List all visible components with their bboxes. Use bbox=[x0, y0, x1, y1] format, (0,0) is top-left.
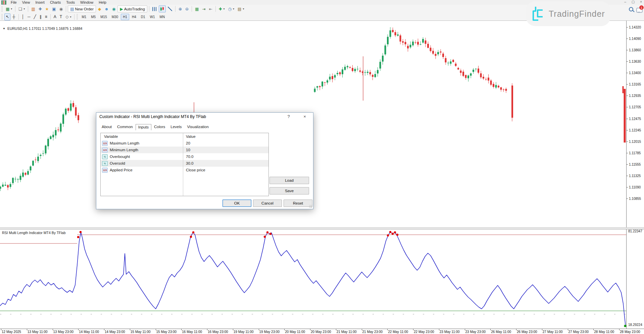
label-button[interactable]: T bbox=[58, 13, 63, 20]
value-cell[interactable]: 20 bbox=[183, 141, 268, 145]
menu-file[interactable]: File bbox=[8, 0, 19, 4]
chart-shift-button[interactable]: ⇤ bbox=[207, 5, 213, 12]
timeframe-m15[interactable]: M15 bbox=[98, 14, 109, 20]
data-window-button[interactable]: ✚ bbox=[37, 5, 43, 12]
variable-name: Oversold bbox=[110, 161, 125, 165]
rsi-plot[interactable] bbox=[0, 229, 626, 329]
market-button[interactable]: ◉ bbox=[111, 5, 117, 12]
navigator-icon: ★ bbox=[45, 7, 49, 11]
symbol-dropdown-icon[interactable]: ▼ bbox=[3, 27, 5, 30]
window-separator[interactable] bbox=[0, 227, 644, 229]
zoom-in-button[interactable]: ⊕ bbox=[177, 5, 183, 12]
time-tick bbox=[542, 329, 542, 330]
timeframe-d1[interactable]: D1 bbox=[139, 14, 147, 20]
autotrading-button[interactable]: ▶AutoTrading bbox=[117, 5, 147, 12]
restore-icon[interactable]: ▢ bbox=[632, 0, 635, 4]
value-cell[interactable]: 10 bbox=[183, 148, 268, 152]
tab-about[interactable]: About bbox=[99, 124, 114, 130]
dialog-help-button[interactable]: ? bbox=[284, 113, 294, 121]
search-icon[interactable] bbox=[629, 7, 633, 11]
tab-inputs[interactable]: Inputs bbox=[136, 124, 151, 130]
table-row[interactable]: 123Applied PriceClose price bbox=[101, 167, 268, 173]
time-tick bbox=[310, 329, 310, 330]
zoom-out-button[interactable]: ⊖ bbox=[184, 5, 190, 12]
tab-levels[interactable]: Levels bbox=[168, 124, 184, 130]
shapes-button[interactable]: ◇▾ bbox=[64, 13, 72, 20]
community-button[interactable]: ☻ bbox=[103, 5, 110, 12]
load-button[interactable]: Load bbox=[269, 177, 309, 184]
toolbar-grip[interactable] bbox=[77, 14, 78, 19]
candlestick-chart-button[interactable] bbox=[159, 5, 166, 12]
periods-button[interactable]: ◷▾ bbox=[227, 5, 236, 12]
new-chart-button[interactable]: ▦▾ bbox=[4, 5, 13, 12]
crosshair-button[interactable]: ┼ bbox=[11, 13, 17, 20]
market-watch-button[interactable]: ▥ bbox=[30, 5, 36, 12]
templates-button[interactable]: ▤▾ bbox=[236, 5, 245, 12]
fibonacci-button[interactable]: ≡ bbox=[44, 13, 49, 20]
new-order-button[interactable]: ▤New Order bbox=[68, 5, 96, 12]
indicators-button[interactable]: ✚▾ bbox=[217, 5, 226, 12]
timeframe-h1[interactable]: H1 bbox=[121, 14, 129, 20]
toolbar-grip[interactable] bbox=[1, 14, 3, 19]
indicator-axis[interactable]: 81.22347 18.29224 bbox=[626, 229, 644, 329]
price-tick bbox=[627, 107, 628, 107]
value-cell[interactable]: 70.0 bbox=[183, 155, 268, 159]
value-cell[interactable]: Close price bbox=[183, 168, 268, 172]
navigator-button[interactable]: ★ bbox=[44, 5, 50, 12]
timeframe-mn[interactable]: MN bbox=[158, 14, 167, 20]
timeframe-m5[interactable]: M5 bbox=[89, 14, 98, 20]
table-column-divider bbox=[183, 133, 183, 196]
toolbar-grip[interactable] bbox=[1, 6, 3, 12]
terminal-button[interactable]: ▣ bbox=[51, 5, 57, 12]
trendline-button[interactable]: ╱ bbox=[33, 13, 38, 20]
menu-help[interactable]: Help bbox=[96, 0, 109, 4]
table-row[interactable]: 123Maximum Length20 bbox=[101, 140, 268, 147]
menu-charts[interactable]: Charts bbox=[47, 0, 63, 4]
close-icon[interactable]: × bbox=[640, 0, 642, 4]
tab-common[interactable]: Common bbox=[114, 124, 136, 130]
dialog-close-button[interactable]: × bbox=[300, 113, 310, 121]
time-tick bbox=[130, 329, 130, 330]
menu-window[interactable]: Window bbox=[78, 0, 96, 4]
ok-button[interactable]: OK bbox=[222, 200, 251, 207]
dialog-resize-grip[interactable] bbox=[309, 205, 312, 208]
tile-windows-button[interactable]: ▦ bbox=[194, 5, 200, 12]
save-button[interactable]: Save bbox=[269, 187, 309, 194]
overbought-signal-dot bbox=[389, 231, 391, 233]
vertical-line-button[interactable]: │ bbox=[20, 13, 26, 20]
horizontal-line-button[interactable]: ─ bbox=[26, 13, 32, 20]
text-button[interactable]: A bbox=[52, 13, 58, 20]
timeframe-h4[interactable]: H4 bbox=[130, 14, 138, 20]
dialog-title[interactable]: Custom Indicator - RSI Multi Length Indi… bbox=[96, 113, 313, 121]
minimize-icon[interactable]: – bbox=[624, 0, 626, 4]
cursor-button[interactable]: ↖ bbox=[4, 13, 10, 20]
value-cell[interactable]: 30.0 bbox=[183, 161, 268, 165]
toolbar-separator bbox=[74, 14, 75, 20]
profiles-button[interactable]: ❏▾ bbox=[17, 5, 26, 12]
reset-button[interactable]: Reset bbox=[284, 200, 312, 207]
table-row[interactable]: ½Oversold30.0 bbox=[101, 160, 268, 167]
menu-tools[interactable]: Tools bbox=[63, 0, 78, 4]
timeframe-m30[interactable]: M30 bbox=[110, 14, 120, 20]
channel-button[interactable]: ∥ bbox=[38, 13, 43, 20]
line-chart-button[interactable] bbox=[166, 5, 174, 12]
time-label: 22 May 23:00 bbox=[414, 330, 434, 334]
tab-visualization[interactable]: Visualization bbox=[185, 124, 211, 130]
bar-chart-button[interactable] bbox=[151, 5, 158, 12]
price-tick bbox=[627, 61, 628, 62]
alerts-button[interactable]: ◆ bbox=[97, 5, 102, 12]
strategy-tester-button[interactable]: ◉ bbox=[58, 5, 64, 12]
time-axis[interactable]: 12 May 202513 May 11:0013 May 23:0014 Ma… bbox=[0, 329, 644, 334]
timeframe-m1[interactable]: M1 bbox=[80, 14, 88, 20]
timeframe-w1[interactable]: W1 bbox=[148, 14, 157, 20]
cancel-button[interactable]: Cancel bbox=[253, 200, 282, 207]
time-label: 23 May 11:00 bbox=[440, 330, 460, 334]
table-row[interactable]: 123Minimum Length10 bbox=[101, 147, 268, 153]
table-row[interactable]: ½Overbought70.0 bbox=[101, 153, 268, 160]
price-axis[interactable]: 1.143201.140901.138601.136301.134001.131… bbox=[626, 20, 644, 228]
menu-view[interactable]: View bbox=[19, 0, 33, 4]
auto-scroll-button[interactable]: ⇥ bbox=[201, 5, 207, 12]
menu-insert[interactable]: Insert bbox=[33, 0, 47, 4]
tab-colors[interactable]: Colors bbox=[151, 124, 168, 130]
indicator-label: RSI Multi Length Indicator MT4 By TFlab bbox=[2, 231, 65, 235]
